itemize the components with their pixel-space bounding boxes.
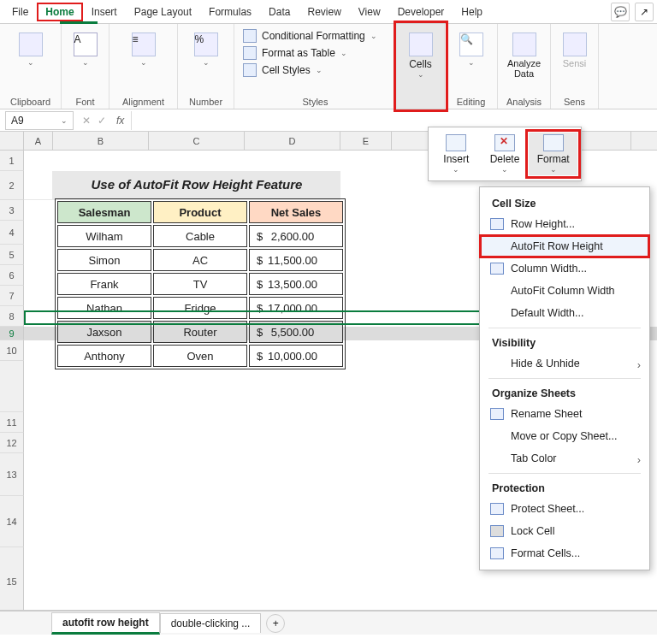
editing-button[interactable]: 🔍⌄ [454, 29, 488, 70]
row-head-13[interactable]: 13 [0, 453, 24, 496]
tab-insert[interactable]: Insert [83, 3, 126, 21]
row-head-9[interactable]: 9 [0, 327, 24, 340]
tab-home[interactable]: Home [37, 3, 82, 21]
cell[interactable]: Fridge [153, 297, 247, 319]
format-cells-button[interactable]: Format⌄ [529, 133, 577, 175]
row-head-8[interactable]: 8 [0, 306, 24, 327]
menu-column-width[interactable]: Column Width... [480, 257, 649, 280]
menu-protect-sheet[interactable]: Protect Sheet... [480, 498, 649, 520]
row-head-1[interactable]: 1 [0, 151, 24, 171]
col-head-E[interactable]: E [340, 132, 392, 150]
row-head-5[interactable]: 5 [0, 245, 24, 265]
conditional-formatting-button[interactable]: Conditional Formatting⌄ [243, 29, 377, 43]
share-icon[interactable]: ↗ [635, 3, 654, 21]
menu-default-width[interactable]: Default Width... [480, 302, 649, 324]
analyze-data-button[interactable]: Analyze Data [502, 29, 546, 82]
col-head-C[interactable]: C [149, 132, 245, 150]
sensitivity-button[interactable]: Sensi [558, 29, 592, 72]
menu-format-cells[interactable]: Format Cells... [480, 542, 649, 564]
dd2-visibility-header: Visibility [480, 332, 649, 352]
select-all-corner[interactable] [0, 132, 24, 150]
cell[interactable]: $2,600.00 [249, 225, 343, 247]
clipboard-label: Clipboard [10, 97, 50, 107]
cell[interactable]: Nathan [57, 297, 151, 319]
tab-help[interactable]: Help [453, 3, 491, 21]
cell[interactable]: Frank [57, 273, 151, 295]
insert-cells-button[interactable]: Insert⌄ [432, 133, 481, 175]
cell[interactable]: $5,500.00 [249, 321, 343, 343]
cell[interactable]: Jaxson [57, 321, 151, 343]
row-head-15[interactable]: 15 [0, 547, 24, 611]
sheet-tab-active[interactable]: autofit row height [51, 612, 160, 635]
menu-rename-sheet[interactable]: Rename Sheet [480, 403, 649, 425]
cell[interactable]: Oven [153, 345, 247, 367]
cell[interactable]: Anthony [57, 345, 151, 367]
name-box[interactable]: A9⌄ [5, 111, 74, 130]
number-button[interactable]: %⌄ [189, 29, 223, 70]
tab-review[interactable]: Review [299, 3, 349, 21]
format-menu: Cell Size Row Height... AutoFit Row Heig… [479, 186, 650, 570]
tab-developer[interactable]: Developer [389, 3, 453, 21]
menu-row-height[interactable]: Row Height... [480, 213, 649, 235]
menu-autofit-row-height[interactable]: AutoFit Row Height [480, 235, 649, 257]
delete-cells-button[interactable]: Delete⌄ [481, 133, 530, 175]
cell[interactable]: Cable [153, 225, 247, 247]
tab-formulas[interactable]: Formulas [200, 3, 260, 21]
cell[interactable]: $10,000.00 [249, 345, 343, 367]
clipboard-button[interactable]: ⌄ [14, 29, 48, 70]
col-head-D[interactable]: D [245, 132, 340, 150]
cell[interactable]: $17,000.00 [249, 297, 343, 319]
font-icon: A [74, 32, 98, 56]
cells-button[interactable]: Cells⌄ [404, 29, 438, 82]
rowh-icon [490, 218, 504, 230]
add-sheet-button[interactable]: + [266, 614, 285, 633]
row-head-14[interactable]: 14 [0, 496, 24, 547]
format-as-table-button[interactable]: Format as Table⌄ [243, 46, 377, 60]
cell-styles-button[interactable]: Cell Styles⌄ [243, 63, 377, 77]
menu-autofit-column-width[interactable]: AutoFit Column Width [480, 280, 649, 302]
cell[interactable]: Simon [57, 249, 151, 271]
menu-tab-color[interactable]: Tab Color› [480, 447, 649, 470]
row-head-blank[interactable] [0, 361, 24, 412]
col-salesman: Salesman [57, 201, 151, 223]
analyze-label: Analyze Data [507, 58, 541, 79]
tab-page-layout[interactable]: Page Layout [126, 3, 200, 21]
comments-icon[interactable]: 💬 [611, 3, 630, 21]
row-head-7[interactable]: 7 [0, 286, 24, 306]
cell[interactable]: $13,500.00 [249, 273, 343, 295]
alignment-button[interactable]: ≡⌄ [127, 29, 161, 70]
row-head-2[interactable]: 2 [0, 171, 24, 200]
cell[interactable]: Wilham [57, 225, 151, 247]
tab-data[interactable]: Data [260, 3, 299, 21]
col-head-A[interactable]: A [24, 132, 53, 150]
row-head-4[interactable]: 4 [0, 221, 24, 245]
tab-file[interactable]: File [3, 3, 37, 21]
menu-hide-unhide[interactable]: Hide & Unhide› [480, 352, 649, 375]
dd2-organize-header: Organize Sheets [480, 382, 649, 403]
menu-lock-cell[interactable]: Lock Cell [480, 520, 649, 542]
fx-enter[interactable]: ✓ [94, 115, 110, 127]
lock-icon [490, 525, 504, 537]
col-head-B[interactable]: B [53, 132, 149, 150]
editing-icon: 🔍 [459, 32, 483, 56]
row-head-6[interactable]: 6 [0, 265, 24, 286]
row-head-3[interactable]: 3 [0, 200, 24, 221]
font-button[interactable]: A⌄ [68, 29, 103, 70]
row-head-11[interactable]: 11 [0, 412, 24, 433]
cell[interactable]: AC [153, 249, 247, 271]
tab-view[interactable]: View [350, 3, 389, 21]
row-head-12[interactable]: 12 [0, 433, 24, 453]
fx-icon[interactable]: fx [110, 115, 131, 127]
fcells-icon [490, 547, 504, 559]
fx-cancel[interactable]: ✕ [79, 115, 94, 127]
protect-icon [490, 503, 504, 515]
ribbon: ⌄ Clipboard A⌄ Font ≡⌄ Alignment %⌄ Numb… [0, 24, 657, 109]
cell[interactable]: Router [153, 321, 247, 343]
row-head-10[interactable]: 10 [0, 340, 24, 361]
cell[interactable]: TV [153, 273, 247, 295]
sheet-tab-other[interactable]: double-clicking ... [160, 613, 262, 633]
cell[interactable]: $11,500.00 [249, 249, 343, 271]
number-label: Number [189, 97, 222, 107]
menu-move-copy-sheet[interactable]: Move or Copy Sheet... [480, 425, 649, 447]
colw-icon [490, 263, 504, 275]
